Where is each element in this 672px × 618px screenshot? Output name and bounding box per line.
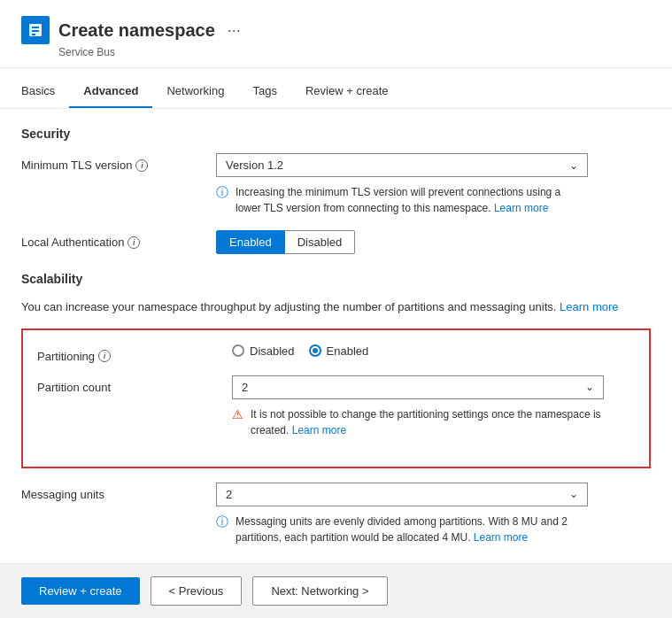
local-auth-row: Local Authentication i Enabled Disabled bbox=[21, 230, 651, 254]
svg-rect-1 bbox=[32, 27, 39, 28]
scalability-title: Scalability bbox=[21, 272, 651, 286]
partition-count-arrow: ⌄ bbox=[585, 381, 594, 393]
partition-count-label: Partition count bbox=[37, 381, 111, 394]
scalability-learn-more-link[interactable]: Learn more bbox=[560, 300, 618, 313]
tabs-nav: Basics Advanced Networking Tags Review +… bbox=[0, 75, 672, 109]
svg-rect-3 bbox=[32, 34, 35, 35]
page-title: Create namespace bbox=[58, 20, 215, 41]
partition-count-row: Partition count 2 ⌄ ⚠ It is not possible… bbox=[37, 375, 635, 438]
svg-rect-2 bbox=[32, 30, 39, 32]
tls-version-dropdown[interactable]: Version 1.2 ⌄ bbox=[216, 153, 588, 177]
partition-warning-link[interactable]: Learn more bbox=[292, 424, 346, 436]
tls-dropdown-arrow: ⌄ bbox=[569, 159, 578, 172]
local-auth-info-icon[interactable]: i bbox=[127, 236, 140, 249]
partitioning-disabled-label: Disabled bbox=[250, 344, 295, 358]
tab-advanced[interactable]: Advanced bbox=[69, 75, 152, 108]
previous-button[interactable]: < Previous bbox=[151, 576, 243, 606]
messaging-units-label: Messaging units bbox=[21, 488, 104, 501]
page-subtitle: Service Bus bbox=[58, 46, 651, 58]
scalability-section: Scalability You can increase your namesp… bbox=[21, 272, 651, 545]
tls-info-icon[interactable]: i bbox=[135, 159, 148, 172]
messaging-units-dropdown[interactable]: 2 ⌄ bbox=[216, 483, 588, 506]
scalability-description: You can increase your namespace throughp… bbox=[21, 298, 651, 316]
partitioning-info-icon[interactable]: i bbox=[98, 350, 111, 362]
local-auth-disabled-btn[interactable]: Disabled bbox=[285, 230, 356, 254]
tab-tags[interactable]: Tags bbox=[238, 75, 290, 108]
partitioning-box: Partitioning i Disabled Enabled bbox=[21, 328, 651, 468]
tab-review-create[interactable]: Review + create bbox=[291, 75, 403, 108]
messaging-units-info-icon: ⓘ bbox=[216, 514, 228, 530]
partitioning-row: Partitioning i Disabled Enabled bbox=[37, 344, 635, 363]
security-section-title: Security bbox=[21, 127, 651, 141]
partition-count-dropdown[interactable]: 2 ⌄ bbox=[232, 375, 604, 399]
partitioning-disabled-radio[interactable] bbox=[232, 344, 244, 357]
tls-version-row: Minimum TLS version i Version 1.2 ⌄ ⓘ In… bbox=[21, 153, 651, 216]
tab-basics[interactable]: Basics bbox=[21, 75, 69, 108]
review-create-button[interactable]: Review + create bbox=[21, 577, 140, 605]
local-auth-enabled-btn[interactable]: Enabled bbox=[216, 230, 285, 254]
partition-warning-box: ⚠ It is not possible to change the parti… bbox=[232, 406, 604, 438]
local-auth-toggle: Enabled Disabled bbox=[216, 230, 651, 254]
messaging-units-link[interactable]: Learn more bbox=[474, 531, 528, 544]
messaging-units-info-box: ⓘ Messaging units are evenly divided amo… bbox=[216, 514, 588, 545]
footer: Review + create < Previous Next: Network… bbox=[0, 563, 672, 618]
tls-label: Minimum TLS version bbox=[21, 158, 132, 172]
partitioning-disabled-option[interactable]: Disabled bbox=[232, 344, 295, 358]
partition-warning-icon: ⚠ bbox=[232, 407, 243, 421]
tab-networking[interactable]: Networking bbox=[152, 75, 238, 108]
tls-info-box: ⓘ Increasing the minimum TLS version wil… bbox=[216, 184, 588, 216]
local-auth-label: Local Authentication bbox=[21, 236, 124, 249]
more-options-button[interactable]: ··· bbox=[228, 21, 241, 40]
partitioning-label: Partitioning bbox=[37, 350, 95, 363]
tls-info-icon-blue: ⓘ bbox=[216, 185, 228, 201]
partition-count-value: 2 bbox=[242, 381, 248, 394]
partitioning-radio-group: Disabled Enabled bbox=[232, 344, 635, 358]
tls-version-value: Version 1.2 bbox=[226, 158, 283, 172]
partitioning-enabled-radio[interactable] bbox=[309, 344, 321, 357]
messaging-units-row: Messaging units 2 ⌄ ⓘ Messaging units ar… bbox=[21, 483, 651, 545]
messaging-units-arrow: ⌄ bbox=[569, 488, 578, 500]
tls-learn-more-link[interactable]: Learn more bbox=[494, 202, 548, 214]
partitioning-enabled-label: Enabled bbox=[327, 344, 369, 358]
next-button[interactable]: Next: Networking > bbox=[252, 576, 387, 606]
service-bus-icon bbox=[21, 16, 50, 44]
messaging-units-value: 2 bbox=[226, 488, 232, 501]
partitioning-enabled-option[interactable]: Enabled bbox=[309, 344, 369, 358]
